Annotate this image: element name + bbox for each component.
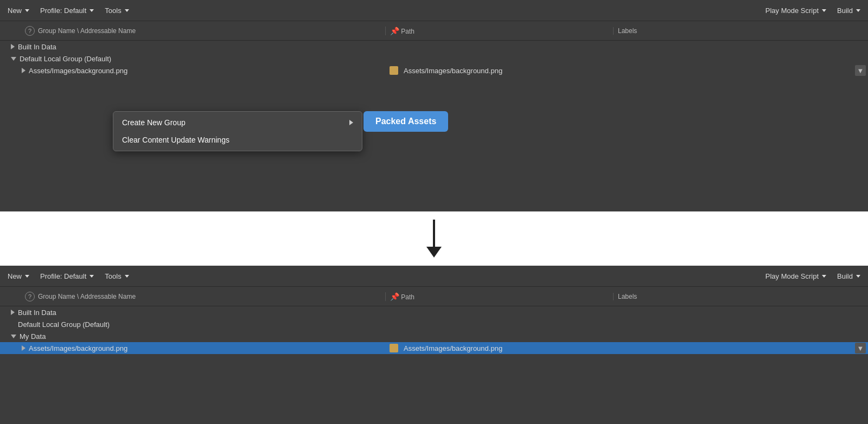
play-mode-label-bottom: Play Mode Script	[765, 272, 819, 280]
clear-warnings-item[interactable]: Clear Content Update Warnings	[113, 131, 362, 149]
row-name-cell: Assets/Images/background.png	[0, 344, 385, 352]
labels-column-header: Labels	[613, 27, 868, 35]
file-icon	[390, 66, 398, 75]
row-label: Built In Data	[18, 309, 56, 317]
bottom-table-header: ? Group Name \ Addressable Name 📌 Path L…	[0, 287, 868, 306]
row-label: Built In Data	[18, 43, 56, 51]
row-label: Assets/Images/background.png	[29, 67, 127, 75]
create-new-group-label: Create New Group	[122, 118, 186, 127]
context-menu: Create New Group Clear Content Update Wa…	[113, 111, 362, 151]
submenu-arrow-icon	[349, 120, 353, 125]
path-text: Assets/Images/background.png	[404, 67, 502, 75]
new-button-top[interactable]: New	[3, 4, 34, 17]
bottom-panel: New Profile: Default Tools Play Mode Scr…	[0, 266, 868, 424]
arrow-head	[426, 247, 442, 258]
row-label: Default Local Group (Default)	[20, 55, 111, 63]
path-column-header-bottom: 📌 Path	[385, 292, 613, 301]
tools-label-bottom: Tools	[105, 272, 121, 280]
table-row[interactable]: Default Local Group (Default)	[0, 53, 868, 65]
play-mode-label: Play Mode Script	[765, 7, 819, 15]
profile-caret-icon	[90, 9, 94, 12]
tools-caret-icon-bottom	[125, 275, 129, 278]
row-label: Assets/Images/background.png	[29, 344, 127, 352]
row-label: My Data	[20, 332, 46, 341]
expand-icon	[11, 335, 16, 338]
new-label: New	[8, 7, 22, 15]
table-row[interactable]: My Data	[0, 330, 868, 342]
row-name-cell: Default Local Group (Default)	[0, 320, 385, 329]
new-caret-icon	[25, 9, 29, 12]
top-toolbar: New Profile: Default Tools Play Mode Scr…	[0, 0, 868, 21]
tools-caret-icon	[125, 9, 129, 12]
packed-assets-label: Packed Assets	[375, 117, 436, 126]
create-new-group-item[interactable]: Create New Group	[113, 114, 362, 131]
path-column-header: 📌 Path	[385, 27, 613, 35]
labels-col-label-bottom: Labels	[618, 293, 637, 300]
build-label: Build	[837, 7, 853, 15]
labels-dropdown[interactable]: ▼	[855, 65, 866, 76]
path-col-label: Path	[401, 28, 414, 35]
row-labels-cell: ▼	[613, 65, 868, 76]
collapse-icon	[22, 68, 25, 73]
pin-icon-bottom: 📌	[390, 292, 399, 301]
row-path-cell: Assets/Images/background.png	[385, 344, 613, 352]
table-row[interactable]: Default Local Group (Default)	[0, 318, 868, 330]
play-mode-button-top[interactable]: Play Mode Script	[761, 4, 831, 17]
table-row[interactable]: Assets/Images/background.png Assets/Imag…	[0, 65, 868, 76]
row-name-cell: Built In Data	[0, 43, 385, 51]
clear-warnings-label: Clear Content Update Warnings	[122, 136, 229, 144]
top-panel: New Profile: Default Tools Play Mode Scr…	[0, 0, 868, 211]
profile-label: Profile: Default	[40, 7, 86, 15]
build-button-bottom[interactable]: Build	[833, 270, 865, 282]
arrow-shaft	[433, 220, 435, 247]
tools-button-bottom[interactable]: Tools	[100, 270, 133, 282]
build-caret-icon-bottom	[856, 275, 860, 278]
play-mode-caret-icon-bottom	[822, 275, 826, 278]
build-button-top[interactable]: Build	[833, 4, 865, 17]
profile-button-bottom[interactable]: Profile: Default	[36, 270, 98, 282]
play-mode-button-bottom[interactable]: Play Mode Script	[761, 270, 831, 282]
path-col-label-bottom: Path	[401, 293, 414, 301]
help-icon[interactable]: ?	[25, 26, 35, 36]
profile-button-top[interactable]: Profile: Default	[36, 4, 98, 17]
name-col-label: Group Name \ Addressable Name	[38, 27, 136, 35]
top-table-header: ? Group Name \ Addressable Name 📌 Path L…	[0, 21, 868, 41]
new-button-bottom[interactable]: New	[3, 270, 34, 282]
packed-assets-button[interactable]: Packed Assets	[363, 111, 448, 132]
table-row[interactable]: Built In Data	[0, 41, 868, 53]
submenu: Packed Assets	[363, 111, 448, 132]
new-caret-icon-bottom	[25, 275, 29, 278]
table-row-selected[interactable]: Assets/Images/background.png Assets/Imag…	[0, 342, 868, 354]
name-column-header-bottom: ? Group Name \ Addressable Name	[0, 292, 385, 301]
collapse-icon	[11, 310, 15, 315]
collapse-icon	[11, 44, 15, 49]
row-name-cell: Built In Data	[0, 309, 385, 317]
path-text: Assets/Images/background.png	[404, 344, 502, 352]
table-row[interactable]: Built In Data	[0, 306, 868, 318]
profile-caret-icon-bottom	[90, 275, 94, 278]
labels-column-header-bottom: Labels	[613, 293, 868, 300]
row-name-cell: Default Local Group (Default)	[0, 55, 385, 63]
file-icon	[390, 344, 398, 352]
help-icon-bottom[interactable]: ?	[25, 292, 35, 301]
row-name-cell: Assets/Images/background.png	[0, 67, 385, 75]
name-col-label-bottom: Group Name \ Addressable Name	[38, 293, 136, 300]
build-caret-icon	[856, 9, 860, 12]
arrow-divider	[0, 211, 868, 266]
top-table-body: Built In Data Default Local Group (Defau…	[0, 41, 868, 76]
down-arrow-icon	[426, 220, 442, 258]
name-column-header: ? Group Name \ Addressable Name	[0, 26, 385, 36]
bottom-toolbar: New Profile: Default Tools Play Mode Scr…	[0, 266, 868, 287]
labels-dropdown[interactable]: ▼	[855, 343, 866, 354]
expand-icon	[11, 57, 16, 61]
labels-col-label: Labels	[618, 27, 637, 35]
collapse-icon	[22, 345, 25, 351]
row-name-cell: My Data	[0, 332, 385, 341]
pin-icon: 📌	[390, 27, 399, 35]
new-label-bottom: New	[8, 272, 22, 280]
bottom-table-body: Built In Data Default Local Group (Defau…	[0, 306, 868, 354]
build-label-bottom: Build	[837, 272, 853, 280]
row-labels-cell: ▼	[613, 343, 868, 354]
tools-button-top[interactable]: Tools	[100, 4, 133, 17]
play-mode-caret-icon	[822, 9, 826, 12]
